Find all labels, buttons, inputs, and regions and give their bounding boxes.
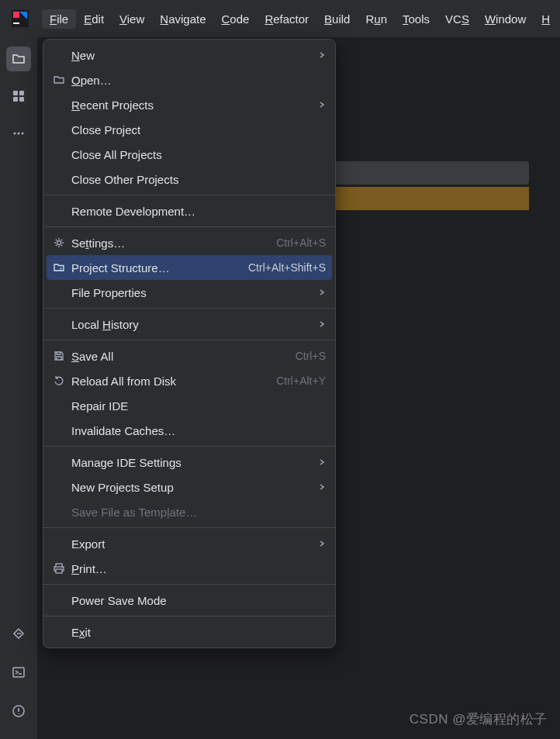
menu-edit[interactable]: Edit [76,9,112,29]
menu-item-open[interactable]: Open… [43,67,335,92]
menu-item-remote-development[interactable]: Remote Development… [43,199,335,223]
menu-tools[interactable]: Tools [395,9,437,29]
menu-item-reload-all-from-disk[interactable]: Reload All from DiskCtrl+Alt+Y [43,368,335,393]
menu-item-close-all-projects[interactable]: Close All Projects [43,142,335,167]
menu-item-label: New [71,49,313,62]
menu-item-close-other-projects[interactable]: Close Other Projects [43,167,335,192]
chevron-right-icon [313,458,326,466]
svg-rect-15 [56,569,62,573]
structure-tool-button[interactable] [6,84,31,109]
menu-item-local-history[interactable]: Local History [43,312,335,337]
menu-item-label: Reload All from Disk [71,375,276,388]
menu-item-project-structure[interactable]: Project Structure…Ctrl+Alt+Shift+S [47,255,332,280]
menu-item-label: Manage IDE Settings [71,456,313,469]
chevron-right-icon [313,320,326,328]
folder-icon [53,74,71,86]
tool-window-bar-bottom [0,621,37,723]
menu-item-label: Repair IDE [71,399,326,413]
menu-window[interactable]: Window [477,9,534,29]
menu-h[interactable]: H [534,9,558,29]
menu-item-file-properties[interactable]: File Properties [43,280,335,305]
menu-item-label: Export [71,537,313,551]
menu-item-label: Local History [71,318,313,331]
menu-item-label: Project Structure… [71,261,248,275]
menu-refactor[interactable]: Refactor [257,9,316,29]
menu-file[interactable]: File [42,9,76,29]
project-tool-button[interactable] [6,47,31,71]
svg-rect-3 [13,91,18,95]
separator [43,195,335,195]
menu-item-shortcut: Ctrl+S [296,350,326,362]
menu-item-power-save-mode[interactable]: Power Save Mode [43,588,335,613]
menu-item-shortcut: Ctrl+Alt+Shift+S [248,261,326,274]
gear-icon [53,237,71,249]
separator [43,226,335,227]
menu-item-label: Invalidate Caches… [71,424,326,437]
menu-item-label: Close All Projects [71,148,326,161]
svg-rect-6 [19,97,24,102]
svg-rect-2 [13,22,19,24]
menu-item-label: Recent Projects [71,98,313,112]
menu-item-label: Power Save Mode [71,594,326,607]
intellij-logo [11,9,29,28]
chevron-right-icon [313,288,326,296]
svg-rect-13 [60,268,62,270]
svg-point-7 [14,133,16,135]
menu-item-new-projects-setup[interactable]: New Projects Setup [43,475,335,499]
svg-rect-4 [19,91,24,95]
menu-navigate[interactable]: Navigate [152,9,213,29]
menu-item-label: Save All [71,350,296,363]
menu-item-repair-ide[interactable]: Repair IDE [43,393,335,418]
menu-run[interactable]: Run [358,9,395,29]
svg-point-8 [18,133,20,135]
menu-item-shortcut: Ctrl+Alt+S [276,237,326,249]
separator [43,616,335,616]
menu-item-print[interactable]: Print… [43,556,335,581]
menu-item-label: Close Project [71,123,326,136]
menu-item-label: Open… [71,74,326,87]
menu-item-label: Exit [71,626,326,639]
menu-build[interactable]: Build [316,9,358,29]
save-icon [53,350,71,362]
menu-item-recent-projects[interactable]: Recent Projects [43,92,335,117]
menu-vcs[interactable]: VCS [437,9,477,29]
svg-point-12 [57,241,61,245]
svg-point-9 [22,133,24,135]
menu-code[interactable]: Code [214,9,258,29]
separator [43,584,335,585]
project-structure-icon [53,261,71,274]
chevron-right-icon [313,540,326,547]
separator [43,446,335,447]
separator [43,308,335,309]
menu-item-label: Remote Development… [71,205,326,218]
menu-item-export[interactable]: Export [43,531,335,556]
reload-icon [53,375,71,387]
menu-item-save-file-as-template: Save File as Template… [43,499,335,524]
menu-item-settings[interactable]: Settings…Ctrl+Alt+S [43,230,335,255]
menu-item-save-all[interactable]: Save AllCtrl+S [43,344,335,368]
menu-item-close-project[interactable]: Close Project [43,117,335,142]
menu-view[interactable]: View [112,9,152,29]
print-icon [53,562,71,575]
menu-item-label: File Properties [71,286,313,299]
menu-item-label: Save File as Template… [71,506,326,519]
menu-item-exit[interactable]: Exit [43,620,335,644]
more-tool-button[interactable] [6,121,31,146]
chevron-right-icon [313,51,326,59]
menu-item-new[interactable]: New [43,43,335,67]
chevron-right-icon [313,483,326,491]
separator [43,527,335,528]
menu-item-invalidate-caches[interactable]: Invalidate Caches… [43,418,335,443]
svg-rect-1 [13,12,19,18]
problems-tool-button[interactable] [6,699,31,723]
menu-item-label: Close Other Projects [71,173,326,186]
menu-item-manage-ide-settings[interactable]: Manage IDE Settings [43,450,335,475]
menu-item-label: New Projects Setup [71,481,313,494]
watermark: CSDN @爱编程的松子 [410,710,548,728]
menu-item-shortcut: Ctrl+Alt+Y [276,375,326,387]
chevron-right-icon [313,101,326,109]
separator [43,340,335,340]
services-tool-button[interactable] [6,621,31,646]
svg-rect-5 [13,97,18,102]
terminal-tool-button[interactable] [6,660,31,685]
